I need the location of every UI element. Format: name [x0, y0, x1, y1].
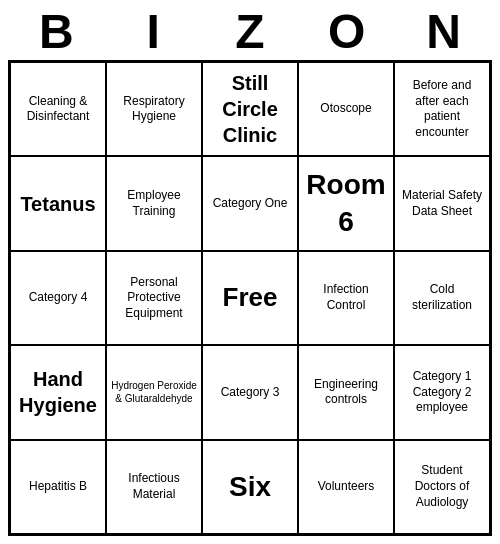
letter-i: I: [109, 8, 197, 56]
cell-1-1[interactable]: Employee Training: [106, 156, 202, 250]
letter-b: B: [12, 8, 100, 56]
cell-2-0[interactable]: Category 4: [10, 251, 106, 345]
cell-3-0[interactable]: Hand Hygiene: [10, 345, 106, 439]
cell-2-1[interactable]: Personal Protective Equipment: [106, 251, 202, 345]
cell-0-3[interactable]: Otoscope: [298, 62, 394, 156]
bingo-grid: Cleaning & Disinfectant Respiratory Hygi…: [8, 60, 492, 536]
cell-2-3[interactable]: Infection Control: [298, 251, 394, 345]
cell-1-3[interactable]: Room 6: [298, 156, 394, 250]
cell-0-0[interactable]: Cleaning & Disinfectant: [10, 62, 106, 156]
cell-4-3[interactable]: Volunteers: [298, 440, 394, 534]
cell-4-2[interactable]: Six: [202, 440, 298, 534]
cell-3-3[interactable]: Engineering controls: [298, 345, 394, 439]
cell-2-2[interactable]: Free: [202, 251, 298, 345]
letter-z: Z: [206, 8, 294, 56]
cell-0-4[interactable]: Before and after each patient encounter: [394, 62, 490, 156]
bingo-title: B I Z O N: [8, 8, 492, 56]
cell-1-2[interactable]: Category One: [202, 156, 298, 250]
cell-3-1[interactable]: Hydrogen Peroxide & Glutaraldehyde: [106, 345, 202, 439]
cell-0-2[interactable]: Still Circle Clinic: [202, 62, 298, 156]
cell-3-2[interactable]: Category 3: [202, 345, 298, 439]
cell-4-0[interactable]: Hepatitis B: [10, 440, 106, 534]
cell-2-4[interactable]: Cold sterilization: [394, 251, 490, 345]
cell-1-4[interactable]: Material Safety Data Sheet: [394, 156, 490, 250]
cell-4-4[interactable]: Student Doctors of Audiology: [394, 440, 490, 534]
cell-4-1[interactable]: Infectious Material: [106, 440, 202, 534]
cell-3-4[interactable]: Category 1 Category 2 employee: [394, 345, 490, 439]
letter-n: N: [400, 8, 488, 56]
cell-0-1[interactable]: Respiratory Hygiene: [106, 62, 202, 156]
cell-1-0[interactable]: Tetanus: [10, 156, 106, 250]
letter-o: O: [303, 8, 391, 56]
